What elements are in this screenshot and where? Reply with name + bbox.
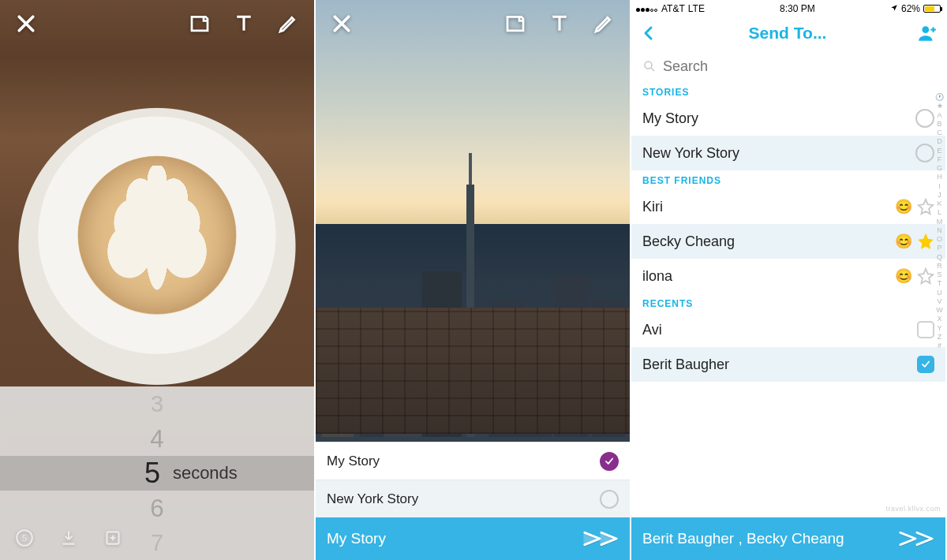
index-letter[interactable]: T	[938, 279, 942, 288]
story-option-label: My Story	[327, 454, 380, 469]
add-friend-icon[interactable]	[917, 23, 938, 43]
index-letter[interactable]: I	[938, 182, 941, 191]
timer-unit-label: seconds	[173, 463, 238, 483]
checkbox-checked-icon[interactable]	[917, 356, 934, 373]
index-letter[interactable]: B	[937, 120, 941, 129]
row-label: Becky Cheang	[642, 233, 735, 250]
index-letter[interactable]: 🕐	[935, 93, 944, 102]
bff-emoji-icon: 😊	[895, 233, 912, 250]
star-outline-icon[interactable]	[917, 198, 934, 215]
index-letter[interactable]: V	[937, 297, 941, 306]
timer-option[interactable]: 4	[13, 423, 301, 454]
search-input[interactable]	[663, 58, 934, 75]
story-option-label: New York Story	[327, 491, 418, 507]
draw-pencil-icon[interactable]	[276, 12, 300, 35]
send-row-friend[interactable]: ilona 😊	[631, 259, 945, 293]
timer-picker[interactable]: 3 4 5 6 7 5 seconds 5	[0, 386, 314, 560]
index-letter[interactable]: F	[938, 155, 942, 164]
index-letter[interactable]: J	[938, 191, 941, 200]
watermark: travel.kllvx.com	[885, 505, 941, 513]
send-bar-label: My Story	[327, 530, 386, 547]
send-arrow-icon[interactable]	[898, 527, 934, 551]
draw-pencil-icon[interactable]	[592, 12, 616, 35]
radio-unchecked-icon[interactable]	[915, 109, 934, 128]
add-to-story-icon[interactable]	[103, 528, 123, 548]
index-letter[interactable]: Y	[937, 324, 941, 333]
send-bar-label: Berit Baugher , Becky Cheang	[642, 530, 844, 547]
index-letter[interactable]: ★	[937, 102, 943, 110]
row-label: Avi	[642, 322, 662, 338]
battery-icon	[923, 5, 941, 13]
index-letter[interactable]: O	[937, 235, 942, 244]
index-letter[interactable]: Z	[938, 333, 942, 342]
radio-checked-icon[interactable]	[600, 452, 619, 471]
network-label: LTE	[688, 3, 705, 14]
index-letter[interactable]: R	[937, 262, 942, 271]
section-header-recents: RECENTS	[631, 293, 945, 312]
index-letter[interactable]: Q	[937, 253, 942, 262]
index-letter[interactable]: H	[937, 173, 942, 181]
index-letter[interactable]: M	[937, 218, 943, 226]
text-icon[interactable]	[232, 12, 256, 35]
sticker-icon[interactable]	[503, 12, 527, 35]
close-icon[interactable]	[330, 12, 354, 35]
save-icon[interactable]	[58, 528, 79, 548]
index-letter[interactable]: D	[937, 137, 942, 146]
radio-unchecked-icon[interactable]	[600, 490, 619, 509]
index-letter[interactable]: C	[937, 129, 942, 137]
story-share-sheet: My Story New York Story My Story	[316, 442, 630, 560]
close-icon[interactable]	[14, 12, 38, 35]
signal-dots-icon	[636, 3, 658, 14]
send-row-recent[interactable]: Avi	[631, 312, 945, 347]
index-letter[interactable]: U	[937, 289, 942, 297]
index-letter[interactable]: X	[937, 315, 941, 323]
send-row-friend[interactable]: Kiri 😊	[631, 189, 945, 224]
timer-icon[interactable]: 5	[14, 528, 35, 548]
index-letter[interactable]: P	[937, 244, 941, 252]
editor-topbar	[0, 0, 314, 47]
svg-text:5: 5	[22, 533, 27, 543]
index-letter[interactable]: N	[937, 226, 942, 235]
alpha-index[interactable]: 🕐★ABCDEFGHIJKLMNOPQRSTUVWXYZ#	[935, 93, 944, 350]
text-icon[interactable]	[548, 12, 571, 35]
svg-point-4	[645, 62, 652, 69]
index-letter[interactable]: A	[937, 111, 941, 120]
index-letter[interactable]: E	[937, 147, 941, 155]
editor-bottom-toolbar: 5	[0, 516, 314, 560]
row-label: Kiri	[642, 199, 663, 215]
checkbox-unchecked-icon[interactable]	[917, 321, 934, 338]
bff-emoji-icon: 😊	[895, 198, 912, 215]
index-letter[interactable]: W	[936, 306, 943, 315]
index-letter[interactable]: S	[937, 271, 941, 279]
latte-art	[78, 156, 236, 314]
send-bar[interactable]: My Story	[316, 517, 630, 560]
radio-unchecked-icon[interactable]	[915, 144, 934, 162]
send-bar[interactable]: Berit Baugher , Becky Cheang	[631, 517, 945, 560]
search-bar[interactable]	[631, 50, 945, 82]
send-row-local-story[interactable]: New York Story	[631, 136, 945, 170]
send-row-my-story[interactable]: My Story	[631, 101, 945, 136]
star-outline-icon[interactable]	[917, 267, 934, 285]
index-letter[interactable]: #	[938, 342, 941, 350]
star-filled-icon[interactable]	[917, 233, 934, 250]
ios-status-bar: AT&T LTE 8:30 PM 62%	[631, 0, 945, 16]
status-time: 8:30 PM	[780, 3, 815, 14]
index-letter[interactable]: K	[937, 200, 941, 208]
timer-option[interactable]: 3	[24, 389, 290, 418]
send-row-friend[interactable]: Becky Cheang 😊	[631, 224, 945, 259]
timer-selected-row: 5 seconds	[0, 456, 314, 491]
foreground-buildings	[316, 308, 630, 434]
back-chevron-icon[interactable]	[639, 24, 658, 43]
page-title: Send To...	[749, 24, 827, 43]
send-row-recent[interactable]: Berit Baugher	[631, 347, 945, 382]
send-arrow-icon[interactable]	[582, 527, 619, 551]
timer-selected-value: 5	[144, 457, 160, 490]
index-letter[interactable]: L	[938, 208, 941, 217]
section-header-best-friends: BEST FRIENDS	[631, 170, 945, 189]
carrier-label: AT&T	[661, 3, 685, 14]
panel-send-to: AT&T LTE 8:30 PM 62% Send To... STORIES	[631, 0, 947, 560]
story-option-local-story[interactable]: New York Story	[316, 480, 630, 517]
index-letter[interactable]: G	[937, 164, 942, 173]
story-option-my-story[interactable]: My Story	[316, 442, 630, 480]
sticker-icon[interactable]	[188, 12, 211, 35]
